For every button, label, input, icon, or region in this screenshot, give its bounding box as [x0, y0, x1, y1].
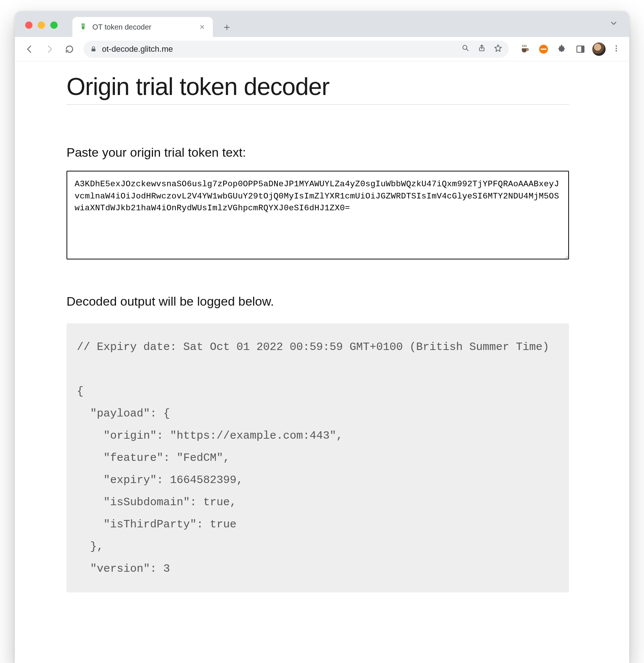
decoded-output: // Expiry date: Sat Oct 01 2022 00:59:59…	[67, 323, 569, 592]
tab-title: OT token decoder	[92, 23, 193, 31]
test-tube-icon	[79, 23, 87, 31]
token-input[interactable]	[67, 171, 569, 259]
profile-avatar[interactable]	[592, 42, 606, 57]
divider	[67, 104, 569, 105]
lock-icon	[90, 46, 97, 52]
new-tab-button[interactable]	[219, 20, 234, 35]
address-bar[interactable]: ot-decode.glitch.me	[84, 41, 509, 58]
browser-toolbar: ot-decode.glitch.me	[15, 37, 629, 61]
tabs-dropdown-button[interactable]	[609, 19, 618, 30]
extensions-area	[518, 42, 623, 57]
window-maximize-button[interactable]	[50, 21, 58, 29]
side-panel-icon[interactable]	[573, 42, 588, 57]
browser-tab[interactable]: OT token decoder	[72, 17, 213, 37]
window-close-button[interactable]	[25, 21, 33, 29]
svg-point-9	[616, 50, 617, 51]
extensions-menu-icon[interactable]	[555, 42, 569, 57]
page-title: Origin trial token decoder	[67, 72, 569, 101]
avatar-icon	[592, 42, 606, 56]
bookmark-icon[interactable]	[494, 44, 502, 54]
svg-point-7	[616, 45, 617, 47]
browser-window: OT token decoder	[15, 11, 629, 663]
page-viewport: Origin trial token decoder Paste your or…	[15, 61, 629, 663]
reload-button[interactable]	[61, 41, 78, 57]
svg-rect-0	[82, 24, 84, 27]
output-label: Decoded output will be logged below.	[67, 294, 569, 309]
svg-rect-6	[581, 46, 584, 52]
svg-point-8	[616, 48, 617, 49]
window-controls	[25, 21, 58, 29]
window-minimize-button[interactable]	[38, 21, 45, 29]
extension-coffee-icon[interactable]	[518, 42, 532, 57]
search-icon[interactable]	[461, 44, 470, 54]
token-input-label: Paste your origin trial token text:	[67, 145, 569, 160]
share-icon[interactable]	[478, 44, 486, 54]
close-tab-button[interactable]	[198, 23, 206, 31]
tab-strip: OT token decoder	[15, 11, 629, 37]
forward-button[interactable]	[41, 41, 58, 57]
browser-menu-button[interactable]	[610, 43, 623, 55]
svg-rect-1	[92, 48, 96, 51]
back-button[interactable]	[21, 41, 38, 57]
svg-point-2	[463, 45, 467, 49]
extension-orange-icon[interactable]	[536, 42, 551, 57]
url-text: ot-decode.glitch.me	[102, 44, 461, 54]
